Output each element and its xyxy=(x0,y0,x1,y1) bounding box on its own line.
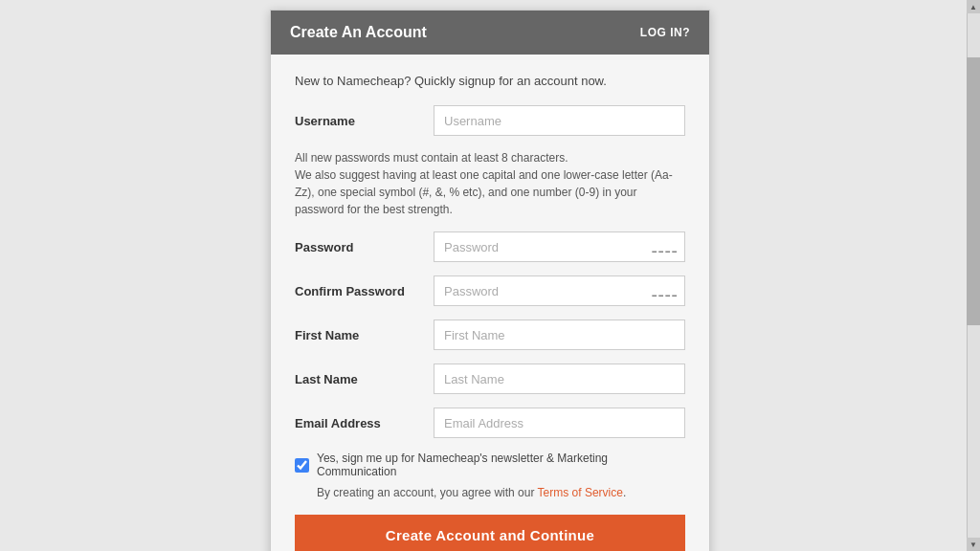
confirm-password-label: Confirm Password xyxy=(295,284,434,298)
create-account-modal: Create An Account LOG IN? New to Nameche… xyxy=(270,10,710,551)
intro-text: New to Namecheap? Quickly signup for an … xyxy=(295,74,685,88)
create-account-button[interactable]: Create Account and Continue xyxy=(295,515,685,551)
confirm-password-toggle-icon[interactable]: ⚋⚋ xyxy=(651,282,678,300)
password-label: Password xyxy=(295,240,434,254)
scrollbar-thumb[interactable] xyxy=(967,57,980,325)
scrollbar-track: ▲ ▼ xyxy=(967,0,980,551)
confirm-password-row: Confirm Password ⚋⚋ xyxy=(295,276,685,306)
email-label: Email Address xyxy=(295,416,434,430)
last-name-input[interactable] xyxy=(434,364,685,394)
modal-title: Create An Account xyxy=(290,24,427,41)
last-name-input-wrap xyxy=(434,364,685,394)
username-label: Username xyxy=(295,114,434,128)
scrollbar-arrow-down[interactable]: ▼ xyxy=(967,538,980,551)
password-input[interactable] xyxy=(434,231,685,262)
password-input-wrap: ⚋⚋ xyxy=(434,231,685,262)
password-row: Password ⚋⚋ xyxy=(295,231,685,262)
terms-of-service-link[interactable]: Terms of Service xyxy=(538,486,623,499)
confirm-password-input-wrap: ⚋⚋ xyxy=(434,276,685,306)
first-name-input-wrap xyxy=(434,320,685,350)
scrollbar-arrow-up[interactable]: ▲ xyxy=(967,0,980,13)
newsletter-row: Yes, sign me up for Namecheap's newslett… xyxy=(295,452,685,478)
last-name-row: Last Name xyxy=(295,364,685,394)
newsletter-checkbox[interactable] xyxy=(295,458,309,473)
email-row: Email Address xyxy=(295,408,685,438)
password-toggle-icon[interactable]: ⚋⚋ xyxy=(651,238,678,256)
password-hint: All new passwords must contain at least … xyxy=(295,149,685,218)
username-row: Username xyxy=(295,105,685,136)
first-name-label: First Name xyxy=(295,328,434,342)
terms-text: By creating an account, you agree with o… xyxy=(295,486,685,499)
email-input-wrap xyxy=(434,408,685,438)
username-input[interactable] xyxy=(434,105,685,136)
first-name-row: First Name xyxy=(295,320,685,350)
email-input[interactable] xyxy=(434,408,685,438)
username-input-wrap xyxy=(434,105,685,136)
confirm-password-input[interactable] xyxy=(434,276,685,306)
last-name-label: Last Name xyxy=(295,372,434,386)
newsletter-label[interactable]: Yes, sign me up for Namecheap's newslett… xyxy=(317,452,685,478)
login-link[interactable]: LOG IN? xyxy=(640,26,690,39)
modal-header: Create An Account LOG IN? xyxy=(271,11,709,55)
first-name-input[interactable] xyxy=(434,320,685,350)
modal-body: New to Namecheap? Quickly signup for an … xyxy=(271,55,709,551)
